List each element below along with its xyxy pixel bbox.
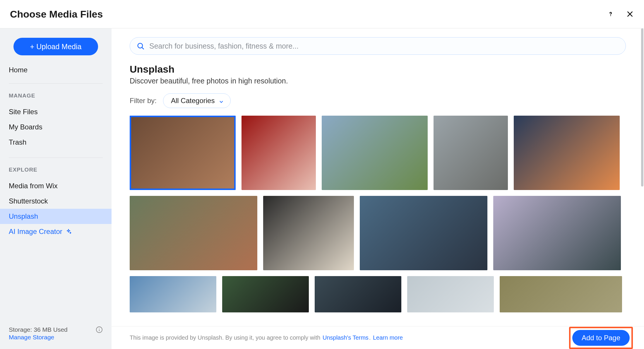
storage-row: Storage: 36 MB Used (0, 326, 112, 333)
search-icon (136, 42, 145, 50)
scrollbar-thumb[interactable] (641, 28, 643, 187)
gallery-thumbnail[interactable] (222, 276, 309, 312)
gallery-thumbnail[interactable] (500, 276, 622, 312)
gallery-thumbnail[interactable] (263, 196, 354, 270)
filter-value: All Categories (171, 97, 215, 105)
filter-dropdown[interactable]: All Categories (163, 93, 231, 108)
footer-text: This image is provided by Unsplash. By u… (130, 334, 403, 341)
sidebar-item-my-boards[interactable]: My Boards (0, 119, 112, 135)
gallery-row (130, 196, 626, 270)
sidebar-item-ai-image-creator[interactable]: AI Image Creator (0, 224, 112, 239)
gallery-thumbnail[interactable] (407, 276, 494, 312)
learn-more-link[interactable]: Learn more (373, 334, 403, 341)
sidebar-item-unsplash[interactable]: Unsplash (0, 209, 112, 224)
sidebar-item-site-files[interactable]: Site Files (0, 104, 112, 119)
footer-prefix: This image is provided by Unsplash. By u… (130, 334, 322, 341)
divider (9, 158, 103, 158)
storage-label: Storage: 36 MB Used (9, 326, 68, 333)
add-to-page-button[interactable]: Add to Page (572, 330, 630, 346)
header-actions (607, 10, 634, 18)
gallery-thumbnail[interactable] (360, 196, 487, 270)
gallery-thumbnail[interactable] (315, 276, 401, 312)
add-to-page-highlight: Add to Page (569, 327, 633, 349)
image-gallery (130, 116, 626, 312)
sidebar: + Upload Media Home MANAGE Site Files My… (0, 28, 112, 349)
search-bar[interactable] (130, 37, 626, 55)
page-title: Unsplash (130, 64, 626, 75)
dialog-header: Choose Media Files (0, 0, 644, 28)
terms-link[interactable]: Unsplash's Terms (323, 334, 369, 341)
sidebar-manage-header: MANAGE (0, 93, 112, 99)
search-input[interactable] (149, 42, 619, 50)
sidebar-item-media-from-wix[interactable]: Media from Wix (0, 178, 112, 194)
gallery-thumbnail[interactable] (493, 196, 621, 270)
sidebar-explore-group: EXPLORE Media from Wix Shutterstock Unsp… (0, 167, 112, 239)
divider (9, 83, 103, 84)
help-icon[interactable] (607, 10, 615, 18)
filter-row: Filter by: All Categories (130, 93, 626, 108)
gallery-thumbnail[interactable] (130, 116, 236, 190)
filter-label: Filter by: (130, 97, 157, 105)
info-icon[interactable] (96, 326, 103, 333)
main-panel: Unsplash Discover beautiful, free photos… (112, 28, 644, 349)
svg-line-6 (142, 47, 143, 49)
sidebar-item-label: AI Image Creator (9, 227, 62, 236)
gallery-row (130, 116, 626, 190)
svg-point-4 (99, 328, 100, 329)
dialog-body: + Upload Media Home MANAGE Site Files My… (0, 28, 644, 349)
gallery-thumbnail[interactable] (434, 116, 508, 190)
upload-media-button[interactable]: + Upload Media (13, 38, 98, 55)
footer-sep: . (369, 334, 372, 341)
sidebar-item-shutterstock[interactable]: Shutterstock (0, 194, 112, 209)
svg-point-1 (610, 15, 611, 16)
sidebar-item-trash[interactable]: Trash (0, 135, 112, 150)
manage-storage-link[interactable]: Manage Storage (0, 333, 112, 349)
footer-bar: This image is provided by Unsplash. By u… (112, 326, 644, 349)
page-subtitle: Discover beautiful, free photos in high … (130, 77, 626, 85)
gallery-row (130, 276, 626, 312)
gallery-thumbnail[interactable] (130, 196, 257, 270)
dialog-title: Choose Media Files (10, 8, 103, 20)
gallery-thumbnail[interactable] (514, 116, 620, 190)
scrollbar[interactable] (640, 28, 644, 326)
close-icon[interactable] (626, 10, 634, 18)
sparkle-icon (65, 228, 72, 235)
gallery-thumbnail[interactable] (242, 116, 316, 190)
chevron-down-icon (219, 98, 224, 103)
gallery-thumbnail[interactable] (322, 116, 428, 190)
sidebar-home[interactable]: Home (0, 66, 112, 74)
gallery-thumbnail[interactable] (130, 276, 216, 312)
main-content: Unsplash Discover beautiful, free photos… (112, 28, 644, 349)
sidebar-manage-group: MANAGE Site Files My Boards Trash (0, 93, 112, 150)
sidebar-explore-header: EXPLORE (0, 167, 112, 173)
